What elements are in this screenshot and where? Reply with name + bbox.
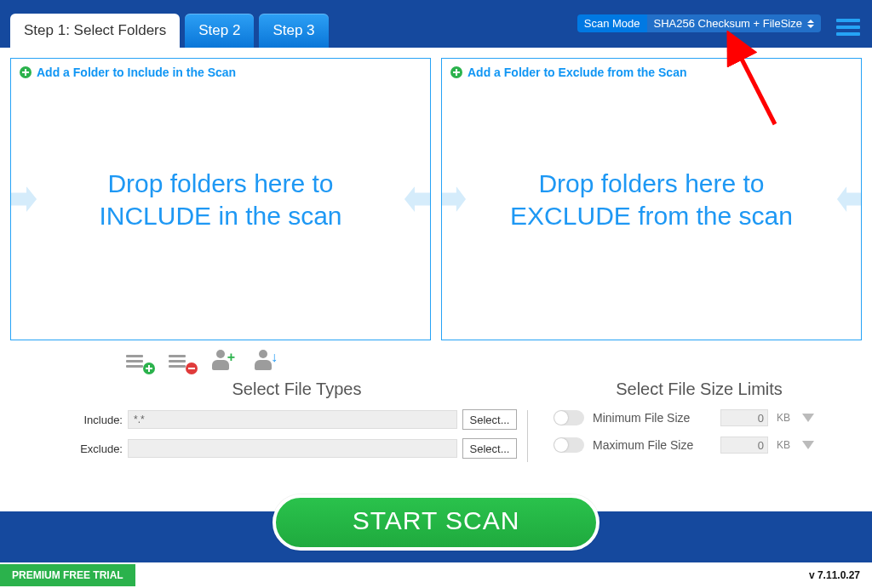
max-size-toggle[interactable] bbox=[554, 437, 584, 453]
user-add-button[interactable]: + bbox=[211, 349, 240, 373]
max-size-label: Maximum File Size bbox=[593, 438, 712, 452]
tab-step3[interactable]: Step 3 bbox=[259, 14, 328, 48]
list-toolbar: + ↓ bbox=[0, 345, 872, 374]
premium-badge: PREMIUM FREE TRIAL bbox=[0, 564, 135, 586]
scan-mode-label: Scan Mode bbox=[577, 14, 647, 32]
tab-step2[interactable]: Step 2 bbox=[185, 14, 254, 48]
include-panel: Add a Folder to Include in the Scan Drop… bbox=[10, 58, 431, 340]
size-limits-title: Select File Size Limits bbox=[554, 380, 845, 399]
top-bar: Step 1: Select Folders Step 2 Step 3 Sca… bbox=[0, 0, 872, 48]
scan-bar: START SCAN bbox=[0, 511, 872, 562]
add-exclude-folder-link[interactable]: Add a Folder to Exclude from the Scan bbox=[468, 66, 686, 79]
exclude-drop-zone[interactable]: Drop folders here to EXCLUDE from the sc… bbox=[442, 168, 861, 231]
scan-mode-control[interactable]: Scan Mode SHA256 Checksum + FileSize bbox=[577, 14, 821, 32]
exclude-types-select-button[interactable]: Select... bbox=[462, 438, 517, 459]
include-drop-zone[interactable]: Drop folders here to INCLUDE in the scan bbox=[11, 168, 430, 231]
max-size-unit-dropdown-icon[interactable] bbox=[802, 441, 814, 449]
start-scan-button[interactable]: START SCAN bbox=[272, 494, 600, 551]
footer: PREMIUM FREE TRIAL v 7.11.0.27 bbox=[0, 562, 872, 588]
arrow-right-icon bbox=[11, 186, 37, 212]
exclude-panel: Add a Folder to Exclude from the Scan Dr… bbox=[441, 58, 862, 340]
arrow-left-icon bbox=[837, 186, 861, 212]
arrow-right-icon bbox=[442, 186, 466, 212]
add-include-folder-link[interactable]: Add a Folder to Include in the Scan bbox=[37, 66, 236, 79]
user-import-button[interactable]: ↓ bbox=[254, 349, 283, 373]
min-size-input[interactable] bbox=[720, 409, 768, 426]
scan-mode-value: SHA256 Checksum + FileSize bbox=[654, 17, 803, 30]
max-size-unit: KB bbox=[777, 439, 794, 451]
dropdown-caret-icon bbox=[806, 17, 816, 31]
include-types-label: Include: bbox=[77, 414, 123, 426]
include-types-input[interactable] bbox=[128, 410, 457, 429]
min-size-unit-dropdown-icon[interactable] bbox=[802, 414, 814, 422]
exclude-types-label: Exclude: bbox=[77, 442, 123, 455]
scan-mode-dropdown[interactable]: SHA256 Checksum + FileSize bbox=[647, 14, 822, 32]
exclude-types-input[interactable] bbox=[128, 439, 457, 458]
include-types-select-button[interactable]: Select... bbox=[462, 409, 517, 430]
list-add-button[interactable] bbox=[126, 349, 155, 373]
min-size-toggle[interactable] bbox=[554, 410, 584, 425]
include-drop-text: Drop folders here to INCLUDE in the scan bbox=[43, 168, 398, 231]
max-size-input[interactable] bbox=[720, 437, 768, 454]
size-limits-section: Select File Size Limits Minimum File Siz… bbox=[538, 380, 845, 467]
plus-circle-icon bbox=[450, 66, 462, 78]
list-remove-button[interactable] bbox=[169, 349, 198, 373]
folder-panels: Add a Folder to Include in the Scan Drop… bbox=[0, 48, 872, 345]
min-size-unit: KB bbox=[777, 412, 794, 424]
file-types-section: Select File Types Include: Select... Exc… bbox=[77, 380, 517, 467]
version-label: v 7.11.0.27 bbox=[809, 569, 860, 581]
file-types-title: Select File Types bbox=[77, 380, 517, 399]
divider bbox=[527, 410, 528, 462]
min-size-label: Minimum File Size bbox=[593, 411, 712, 425]
plus-circle-icon bbox=[20, 66, 32, 78]
scan-options: Select File Types Include: Select... Exc… bbox=[0, 374, 872, 472]
tab-step1[interactable]: Step 1: Select Folders bbox=[10, 14, 180, 48]
exclude-drop-text: Drop folders here to EXCLUDE from the sc… bbox=[473, 168, 830, 231]
arrow-left-icon bbox=[404, 186, 430, 212]
menu-icon[interactable] bbox=[836, 15, 860, 39]
